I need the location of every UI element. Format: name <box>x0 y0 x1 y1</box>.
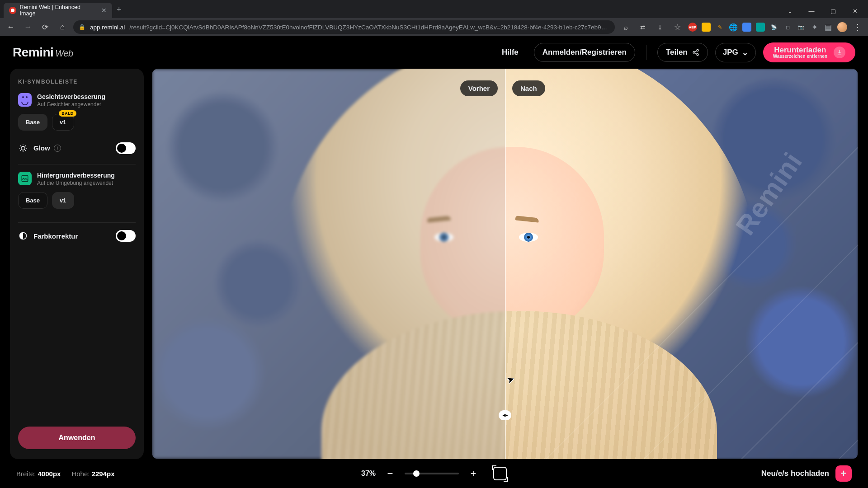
download-label: Herunterladen <box>773 46 827 54</box>
extension-icon-7[interactable]: 📡 <box>769 23 778 32</box>
zoom-controls: 37% − + <box>361 467 507 480</box>
before-label[interactable]: Vorher <box>460 80 498 96</box>
color-correction-toggle[interactable] <box>116 230 136 242</box>
window-controls: ⌄ — ▢ ✕ <box>777 4 868 18</box>
sidebar-title: KI-SYMBOLLEISTE <box>18 79 136 85</box>
nav-home-icon[interactable]: ⌂ <box>56 21 69 33</box>
format-selector[interactable]: JPG ⌄ <box>715 43 756 62</box>
app-root: ReminiWeb Hilfe Anmelden/Registrieren Te… <box>0 36 868 488</box>
glow-icon <box>18 143 28 153</box>
extensions-puzzle-icon[interactable]: ✦ <box>810 23 819 32</box>
lock-icon: 🔒 <box>79 24 85 30</box>
share-icon <box>692 49 699 56</box>
split-handle[interactable]: ◂ ▸ <box>499 410 511 420</box>
width-label: Breite: 4000px <box>16 470 61 478</box>
nav-reload-icon[interactable]: ⟳ <box>39 21 52 33</box>
extension-icon-8[interactable]: ◻ <box>783 23 792 32</box>
install-app-icon[interactable]: ⤓ <box>654 21 666 33</box>
bg-version-base[interactable]: Base <box>18 192 47 209</box>
glow-label: Glow <box>33 144 50 152</box>
svg-point-0 <box>697 49 698 51</box>
extension-camera-icon[interactable]: 📷 <box>797 23 806 32</box>
extension-icon-6[interactable] <box>756 23 765 32</box>
background-subtitle: Auf die Umgebung angewendet <box>37 180 115 187</box>
zoom-slider[interactable] <box>405 473 459 474</box>
bg-version-v1[interactable]: v1 <box>52 192 74 209</box>
after-label[interactable]: Nach <box>512 80 545 96</box>
svg-point-2 <box>697 54 698 56</box>
browser-menu-icon[interactable]: ⋮ <box>852 22 863 32</box>
sidebar-divider-2 <box>18 222 136 223</box>
tab-close-icon[interactable]: ✕ <box>101 7 107 14</box>
face-version-v1[interactable]: v1 BALD <box>52 114 74 131</box>
url-path: /result?gclid=Cj0KCQiAtvSdBhD0ARIsAPf8oN… <box>129 24 609 31</box>
browser-chrome: Remini Web | Enhanced Image ✕ + ⌄ — ▢ ✕ … <box>0 0 868 36</box>
browser-tab[interactable]: Remini Web | Enhanced Image ✕ <box>4 3 112 18</box>
header-divider <box>646 45 646 60</box>
translate-icon[interactable]: ⇄ <box>637 21 649 33</box>
zoom-percent: 37% <box>361 469 376 478</box>
fit-screen-button[interactable] <box>493 467 507 480</box>
app-body: KI-SYMBOLLEISTE Gesichtsverbesserung Auf… <box>0 69 868 459</box>
background-icon <box>18 172 32 185</box>
url-domain: app.remini.ai <box>90 24 125 31</box>
window-minimize-icon[interactable]: — <box>805 8 818 14</box>
face-title: Gesichtsverbesserung <box>37 93 105 100</box>
extension-icon-5[interactable] <box>742 23 751 32</box>
share-button[interactable]: Teilen <box>657 43 708 62</box>
extension-abp-icon[interactable]: ABP <box>688 23 697 32</box>
tool-background-enhancement: Hintergrundverbesserung Auf die Umgebung… <box>18 172 136 209</box>
search-icon[interactable]: ⌕ <box>619 21 632 33</box>
zoom-in-button[interactable]: + <box>467 468 480 479</box>
help-link[interactable]: Hilfe <box>494 43 527 61</box>
window-close-icon[interactable]: ✕ <box>848 8 862 14</box>
tab-bar: Remini Web | Enhanced Image ✕ + ⌄ — ▢ ✕ <box>0 0 868 18</box>
app-footer: Breite: 4000px Höhe: 2294px 37% − + Neu/… <box>0 459 868 488</box>
nav-back-icon[interactable]: ← <box>5 21 17 33</box>
share-label: Teilen <box>666 48 688 57</box>
nav-forward-icon[interactable]: → <box>22 21 34 33</box>
glow-info-icon[interactable]: i <box>54 145 61 152</box>
logo-main: Remini <box>13 45 53 59</box>
width-value: 4000px <box>38 470 61 478</box>
upload-new-button[interactable]: + <box>835 465 852 482</box>
browser-toolbar: ← → ⟳ ⌂ 🔒 app.remini.ai /result?gclid=Cj… <box>0 18 868 36</box>
glow-toggle[interactable] <box>116 142 136 154</box>
height-value: 2294px <box>92 470 115 478</box>
svg-line-3 <box>694 51 697 52</box>
svg-point-5 <box>21 146 25 150</box>
window-maximize-icon[interactable]: ▢ <box>826 8 840 14</box>
profile-avatar[interactable] <box>837 22 847 32</box>
face-v1-label: v1 <box>60 119 66 126</box>
tool-face-enhancement: Gesichtsverbesserung Auf Gesichter angew… <box>18 93 136 131</box>
canvas-container: Remini Vorher Nach ◂ ▸ ➤ <box>152 69 858 459</box>
sidebar-divider-1 <box>18 164 136 164</box>
download-button[interactable]: Herunterladen Wasserzeichen entfernen <box>763 42 855 62</box>
zoom-slider-thumb[interactable] <box>413 470 420 477</box>
extension-icon-3[interactable]: ✎ <box>715 23 724 32</box>
download-sublabel: Wasserzeichen entfernen <box>773 54 827 59</box>
app-header: ReminiWeb Hilfe Anmelden/Registrieren Te… <box>0 36 868 69</box>
color-correction-label: Farbkorrektur <box>33 232 78 240</box>
comparison-canvas[interactable]: Remini Vorher Nach ◂ ▸ ➤ <box>152 69 858 459</box>
app-logo[interactable]: ReminiWeb <box>13 45 73 60</box>
new-tab-button[interactable]: + <box>112 1 126 18</box>
format-label: JPG <box>723 48 738 57</box>
height-label: Höhe: 2294px <box>71 470 114 478</box>
tool-color-correction: Farbkorrektur <box>18 230 136 242</box>
extension-icon-2[interactable] <box>702 23 711 32</box>
color-correction-icon <box>18 231 28 241</box>
extensions-area: ABP ✎ 🌐 📡 ◻ 📷 ✦ ▤ ⋮ <box>688 22 863 32</box>
face-version-base[interactable]: Base <box>18 114 47 131</box>
svg-point-1 <box>693 52 695 53</box>
address-bar[interactable]: 🔒 app.remini.ai /result?gclid=Cj0KCQiAtv… <box>73 20 615 34</box>
login-button[interactable]: Anmelden/Registrieren <box>534 43 635 62</box>
logo-sub: Web <box>55 48 73 58</box>
bookmark-icon[interactable]: ☆ <box>671 21 684 33</box>
zoom-out-button[interactable]: − <box>384 468 396 479</box>
window-dropdown-icon[interactable]: ⌄ <box>783 8 797 14</box>
extension-globe-icon[interactable]: 🌐 <box>729 23 738 32</box>
tab-favicon <box>9 7 16 14</box>
apply-button[interactable]: Anwenden <box>18 427 136 449</box>
sidepanel-icon[interactable]: ▤ <box>824 23 833 32</box>
